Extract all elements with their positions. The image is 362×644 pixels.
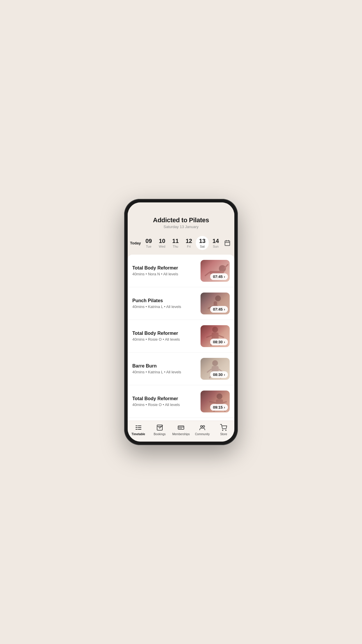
svg-line-7	[205, 272, 209, 276]
class-thumbnail: 07:45 ›	[201, 260, 230, 282]
date-item-thu[interactable]: 11 Thu	[169, 236, 182, 250]
store-icon	[220, 424, 227, 431]
nav-memberships[interactable]: Memberships	[172, 424, 190, 436]
nav-memberships-label: Memberships	[172, 433, 190, 436]
nav-timetable[interactable]: Timetable	[130, 424, 147, 436]
nav-store[interactable]: Store	[215, 424, 232, 436]
time-value: 07:45	[213, 274, 223, 279]
svg-line-26	[209, 402, 216, 403]
date-item-sat[interactable]: 13 Sat	[196, 236, 209, 250]
svg-line-15	[219, 335, 224, 337]
date-item-wed[interactable]: 10 Wed	[156, 236, 168, 250]
date-item-fri[interactable]: 12 Fri	[182, 236, 195, 250]
time-badge-container: 08:30 ›	[210, 339, 228, 345]
chevron-right-icon: ›	[224, 275, 225, 279]
svg-point-45	[226, 430, 226, 430]
time-badge-container: 08:30 ›	[210, 371, 228, 378]
date-day: Thu	[173, 245, 178, 248]
time-badge-container: 07:45 ›	[210, 306, 228, 313]
class-item[interactable]: Total Body Reformer 40mins • Rosie O • A…	[128, 385, 234, 418]
date-day: Sat	[200, 245, 205, 248]
time-value: 09:15	[213, 405, 223, 410]
nav-community[interactable]: Community	[194, 424, 211, 436]
time-badge: 07:45 ›	[210, 273, 228, 280]
date-num: 12	[186, 238, 192, 244]
class-meta: 40mins • Rosie O • All levels	[132, 402, 197, 407]
chevron-right-icon: ›	[224, 405, 225, 410]
class-thumbnail: 08:30 ›	[201, 358, 230, 380]
nav-store-label: Store	[220, 433, 227, 436]
date-day: Sun	[213, 245, 219, 248]
time-badge: 07:45 ›	[210, 306, 228, 313]
svg-rect-38	[178, 426, 184, 429]
date-selector: Today 09 Tue 10 Wed 11 Thu 12 Fri 13 Sat…	[128, 232, 234, 255]
svg-point-12	[212, 327, 218, 332]
time-value: 08:30	[213, 340, 223, 344]
svg-point-43	[203, 426, 205, 427]
app-subtitle: Saturday 13 January	[133, 225, 229, 229]
date-num: 09	[145, 238, 152, 244]
class-info: Total Body Reformer 40mins • Nora N • Al…	[132, 265, 197, 276]
svg-line-27	[223, 402, 227, 403]
class-meta: 40mins • Katrina L • All levels	[132, 370, 197, 374]
svg-point-24	[217, 393, 222, 399]
date-num: 10	[159, 238, 165, 244]
bookings-icon	[156, 424, 164, 431]
class-info: Punch Pilates 40mins • Katrina L • All l…	[132, 298, 197, 309]
class-item[interactable]: Total Body Reformer 40mins • Rosie O • A…	[128, 320, 234, 353]
date-item-tue[interactable]: 09 Tue	[142, 236, 155, 250]
time-value: 08:30	[213, 372, 223, 377]
class-meta: 40mins • Nora N • All levels	[132, 272, 197, 276]
timetable-icon	[135, 424, 142, 431]
class-item[interactable]: Barre Burn 40mins • Katrina L • All leve…	[128, 353, 234, 385]
class-item[interactable]: Total Body Reformer 40mins • Nora N • Al…	[128, 255, 234, 287]
nav-bookings-label: Bookings	[154, 433, 166, 436]
time-value: 07:45	[213, 307, 223, 312]
date-num: 14	[212, 238, 219, 244]
svg-point-42	[201, 426, 202, 427]
class-meta: 40mins • Katrina L • All levels	[132, 304, 197, 309]
svg-point-8	[215, 295, 221, 301]
date-item-sun[interactable]: 14 Sun	[209, 236, 222, 250]
class-thumbnail: 08:30 ›	[201, 325, 230, 347]
svg-rect-0	[225, 241, 230, 246]
class-thumbnail: 09:15 ›	[201, 391, 230, 412]
svg-point-44	[222, 430, 223, 430]
class-name: Total Body Reformer	[132, 396, 197, 401]
class-name: Total Body Reformer	[132, 331, 197, 336]
class-info: Total Body Reformer 40mins • Rosie O • A…	[132, 331, 197, 342]
date-items: 09 Tue 10 Wed 11 Thu 12 Fri 13 Sat 14 Su…	[142, 236, 223, 250]
date-num: 13	[199, 238, 205, 244]
class-info: Total Body Reformer 40mins • Rosie O • A…	[132, 396, 197, 407]
chevron-right-icon: ›	[224, 340, 225, 344]
time-badge: 09:15 ›	[210, 404, 228, 411]
class-thumbnail: 07:45 ›	[201, 293, 230, 314]
date-num: 11	[172, 238, 179, 244]
phone-screen: Addicted to Pilates Saturday 13 January …	[128, 202, 234, 442]
class-item[interactable]: Punch Pilates 40mins • Katrina L • All l…	[128, 287, 234, 320]
header: Addicted to Pilates Saturday 13 January	[128, 202, 234, 232]
nav-bookings[interactable]: Bookings	[151, 424, 168, 436]
svg-point-18	[212, 360, 218, 366]
community-icon	[198, 424, 206, 431]
time-badge-container: 09:15 ›	[210, 404, 228, 411]
class-name: Total Body Reformer	[132, 265, 197, 271]
app-title: Addicted to Pilates	[133, 216, 229, 224]
nav-community-label: Community	[195, 433, 210, 436]
nav-timetable-label: Timetable	[131, 433, 145, 436]
svg-line-14	[206, 335, 212, 337]
chevron-right-icon: ›	[224, 373, 225, 377]
time-badge: 08:30 ›	[210, 371, 228, 378]
today-label: Today	[130, 241, 142, 245]
phone-frame: Addicted to Pilates Saturday 13 January …	[124, 199, 238, 445]
calendar-icon[interactable]	[223, 238, 232, 248]
class-info: Barre Burn 40mins • Katrina L • All leve…	[132, 363, 197, 374]
memberships-icon	[177, 424, 185, 431]
svg-rect-36	[157, 425, 162, 430]
classes-list: Total Body Reformer 40mins • Nora N • Al…	[128, 255, 234, 421]
class-name: Punch Pilates	[132, 298, 197, 303]
date-day: Fri	[187, 245, 191, 248]
bottom-nav: Timetable Bookings	[128, 421, 234, 442]
time-badge: 08:30 ›	[210, 339, 228, 345]
date-day: Tue	[146, 245, 152, 248]
